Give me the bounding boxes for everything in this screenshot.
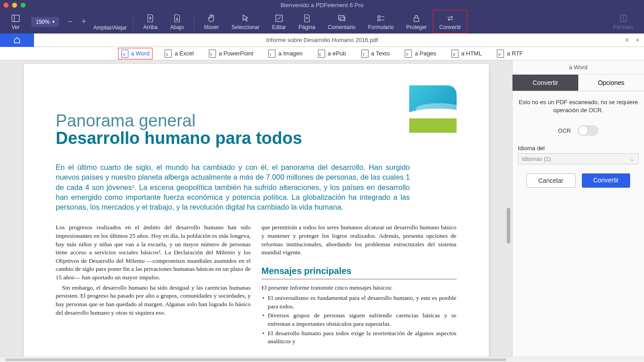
convert-word-button[interactable]: a Word <box>119 48 153 59</box>
html-file-icon <box>451 50 458 58</box>
convert-button[interactable]: Convertir <box>433 10 467 34</box>
tab-opciones[interactable]: Opciones <box>578 75 644 91</box>
comment-icon <box>337 13 347 23</box>
lock-icon <box>411 13 421 23</box>
heading-main: Desarrollo humano para todos <box>56 129 457 148</box>
zoom-dropdown[interactable]: 150%▾ <box>31 17 59 27</box>
column-left: Los progresos realizados en el ámbito de… <box>56 223 251 346</box>
horizontal-scrollbar[interactable] <box>0 357 644 362</box>
convert-image-button[interactable]: a Imagen <box>266 48 305 59</box>
page-down-icon <box>172 13 182 23</box>
language-label: Idioma del <box>518 145 639 152</box>
chevron-down-icon: ▾ <box>52 19 55 24</box>
document-title: Informe sobre Desarrollo Humano 2016.pdf <box>0 37 644 43</box>
new-tab-button[interactable]: + <box>636 36 640 44</box>
heading-overline: Panorama general <box>56 111 457 130</box>
column-right: que permitirán a todos los seres humanos… <box>262 223 457 346</box>
main-toolbar: Ver 150%▾ − + Ampliar/Alejar Ampliar/Ale… <box>0 10 644 34</box>
svg-rect-7 <box>377 16 380 17</box>
home-icon <box>13 36 21 44</box>
convert-excel-button[interactable]: a Excel <box>162 48 196 59</box>
svg-point-14 <box>623 16 623 16</box>
info-icon <box>619 13 628 23</box>
svg-rect-11 <box>414 18 419 21</box>
document-logo <box>409 85 457 133</box>
ocr-toggle[interactable] <box>578 125 598 136</box>
move-tool-button[interactable]: Mover <box>198 10 225 34</box>
rtf-file-icon <box>497 50 504 58</box>
form-button[interactable]: Formulario <box>362 10 400 34</box>
zoom-label: Ampliar/Alejar <box>91 25 130 34</box>
format-button[interactable]: Formato <box>607 10 640 34</box>
hand-icon <box>207 13 216 23</box>
convert-pages-button[interactable]: a Pages <box>402 48 439 59</box>
home-tab[interactable] <box>0 34 34 47</box>
pdf-page: Panorama general Desarrollo humano para … <box>24 64 489 357</box>
cancel-button[interactable]: Cancelar <box>526 173 576 188</box>
pages-file-icon <box>405 50 412 58</box>
edit-button[interactable]: Editar <box>266 10 292 34</box>
convert-rtf-button[interactable]: a RTF <box>494 48 525 59</box>
excel-file-icon <box>165 50 172 58</box>
convert-powerpoint-button[interactable]: a PowerPoint <box>206 48 256 59</box>
page-icon <box>302 13 312 23</box>
edit-icon <box>274 13 284 23</box>
page-button[interactable]: Página <box>292 10 322 34</box>
convert-text-button[interactable]: a Texto <box>359 48 393 59</box>
sidebar-icon <box>11 13 21 23</box>
select-tool-button[interactable]: Seleccionar <box>225 10 266 34</box>
section-heading: Mensajes principales <box>262 265 457 280</box>
intro-paragraph: En el último cuarto de siglo, el mundo h… <box>56 162 410 212</box>
svg-rect-5 <box>339 15 344 19</box>
protect-button[interactable]: Proteger <box>400 10 433 34</box>
convert-side-panel: a Word Convertir Opciones Esto no es un … <box>512 60 644 357</box>
convert-epub-button[interactable]: a ePub <box>315 48 349 59</box>
cursor-icon <box>241 13 250 23</box>
document-viewport[interactable]: Panorama general Desarrollo humano para … <box>0 60 512 357</box>
svg-rect-8 <box>377 19 380 21</box>
vertical-scrollbar[interactable] <box>507 208 510 244</box>
form-icon <box>376 13 386 23</box>
convert-format-bar: a Word a Excel a PowerPoint a Imagen a e… <box>0 47 644 60</box>
image-file-icon <box>268 50 275 58</box>
word-file-icon <box>121 50 128 58</box>
text-file-icon <box>361 50 369 58</box>
tab-convertir[interactable]: Convertir <box>513 75 578 91</box>
epub-file-icon <box>318 50 325 58</box>
chevron-down-icon: ⌄ <box>630 156 635 162</box>
svg-rect-0 <box>12 15 20 21</box>
page-up-icon <box>145 13 155 23</box>
zoom-out-button[interactable]: − <box>64 17 77 26</box>
side-panel-title: a Word <box>513 60 644 75</box>
convert-icon <box>445 13 455 23</box>
view-button[interactable]: Ver <box>4 10 27 34</box>
down-button[interactable]: Abajo <box>164 10 190 34</box>
convert-submit-button[interactable]: Convertir <box>582 173 631 188</box>
ocr-label: OCR <box>558 127 571 134</box>
zoom-in-button[interactable]: + <box>77 17 91 26</box>
ocr-status-message: Esto no es un PDF escaneado, no se requi… <box>518 98 639 114</box>
language-select[interactable]: Idiomas (1) ⌄ <box>518 153 639 164</box>
title-bar: Bienvenido a PDFelement 6 Pro <box>0 0 644 10</box>
document-tab-bar: Informe sobre Desarrollo Humano 2016.pdf… <box>0 34 644 47</box>
close-tab-button[interactable]: × <box>625 36 629 44</box>
window-title: Bienvenido a PDFelement 6 Pro <box>0 2 644 8</box>
comment-button[interactable]: Comentario <box>322 10 362 34</box>
ppt-file-icon <box>209 50 216 58</box>
convert-html-button[interactable]: a HTML <box>449 48 484 59</box>
up-button[interactable]: Arriba <box>137 10 164 34</box>
